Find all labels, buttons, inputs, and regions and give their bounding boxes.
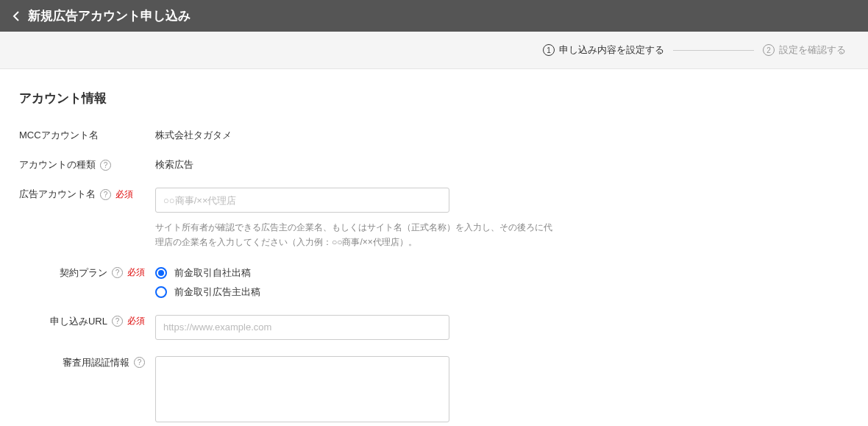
value-col-url xyxy=(155,312,849,340)
plan-option-2-label: 前金取引広告主出稿 xyxy=(174,285,260,299)
label-col-acct-type: アカウントの種類 ? xyxy=(19,155,155,171)
mcc-label: MCCアカウント名 xyxy=(19,129,99,142)
step-1: 1 申し込み内容を設定する xyxy=(543,43,664,57)
value-col-ad-acct-name: サイト所有者が確認できる広告主の企業名、もしくはサイト名（正式名称）を入力し、そ… xyxy=(155,185,849,250)
required-badge: 必須 xyxy=(127,266,145,279)
row-ad-acct-name: 広告アカウント名 ? 必須 サイト所有者が確認できる広告主の企業名、もしくはサイ… xyxy=(19,185,849,250)
help-icon[interactable]: ? xyxy=(112,267,123,278)
help-icon[interactable]: ? xyxy=(100,189,111,200)
url-label: 申し込みURL xyxy=(50,315,107,328)
value-col-acct-type: 検索広告 xyxy=(155,155,849,171)
form-content: アカウント情報 MCCアカウント名 株式会社タガタメ アカウントの種類 ? 検索… xyxy=(0,69,868,426)
plan-option-2[interactable]: 前金取引広告主出稿 xyxy=(155,285,849,299)
value-col-plan: 前金取引自社出稿 前金取引広告主出稿 xyxy=(155,263,849,299)
section-title: アカウント情報 xyxy=(19,90,849,107)
stepper: 1 申し込み内容を設定する 2 設定を確認する xyxy=(0,32,868,69)
plan-label: 契約プラン xyxy=(60,266,107,280)
page-header: 新規広告アカウント申し込み xyxy=(0,0,868,32)
mcc-value: 株式会社タガタメ xyxy=(155,129,232,141)
label-col-ad-acct-name: 広告アカウント名 ? 必須 xyxy=(19,185,155,201)
step-1-num: 1 xyxy=(543,44,555,56)
label-col-plan: 契約プラン ? 必須 xyxy=(19,263,155,280)
label-col-mcc: MCCアカウント名 xyxy=(19,126,155,142)
row-url: 申し込みURL ? 必須 xyxy=(19,312,849,340)
row-mcc: MCCアカウント名 株式会社タガタメ xyxy=(19,126,849,142)
label-col-url: 申し込みURL ? 必須 xyxy=(19,312,155,328)
row-plan: 契約プラン ? 必須 前金取引自社出稿 前金取引広告主出稿 xyxy=(19,263,849,299)
step-2-label: 設定を確認する xyxy=(779,43,846,57)
auth-info-textarea[interactable] xyxy=(155,356,449,422)
step-1-label: 申し込み内容を設定する xyxy=(559,43,664,57)
radio-checked-icon xyxy=(155,267,167,279)
ad-acct-name-input[interactable] xyxy=(155,188,449,213)
plan-radio-group: 前金取引自社出稿 前金取引広告主出稿 xyxy=(155,266,849,299)
ad-acct-name-hint: サイト所有者が確認できる広告主の企業名、もしくはサイト名（正式名称）を入力し、そ… xyxy=(155,220,552,250)
row-acct-type: アカウントの種類 ? 検索広告 xyxy=(19,155,849,171)
required-badge: 必須 xyxy=(127,315,145,327)
radio-unchecked-icon xyxy=(155,286,167,298)
step-2-num: 2 xyxy=(763,44,775,56)
help-icon[interactable]: ? xyxy=(134,357,145,368)
plan-option-1[interactable]: 前金取引自社出稿 xyxy=(155,266,849,280)
back-icon[interactable] xyxy=(12,10,21,22)
required-badge: 必須 xyxy=(115,188,133,201)
ad-acct-name-label: 広告アカウント名 xyxy=(19,188,96,201)
value-col-mcc: 株式会社タガタメ xyxy=(155,126,849,142)
acct-type-value: 検索広告 xyxy=(155,159,193,170)
help-icon[interactable]: ? xyxy=(112,316,123,327)
step-2: 2 設定を確認する xyxy=(763,43,846,57)
value-col-auth-info xyxy=(155,353,849,425)
page-title: 新規広告アカウント申し込み xyxy=(28,7,191,24)
row-auth-info: 審査用認証情報 ? xyxy=(19,353,849,425)
auth-info-label: 審査用認証情報 xyxy=(63,356,129,369)
help-icon[interactable]: ? xyxy=(100,160,111,171)
url-input[interactable] xyxy=(155,315,449,340)
acct-type-label: アカウントの種類 xyxy=(19,158,96,171)
stepper-line xyxy=(673,50,754,51)
label-col-auth-info: 審査用認証情報 ? xyxy=(19,353,155,369)
plan-option-1-label: 前金取引自社出稿 xyxy=(174,266,251,280)
